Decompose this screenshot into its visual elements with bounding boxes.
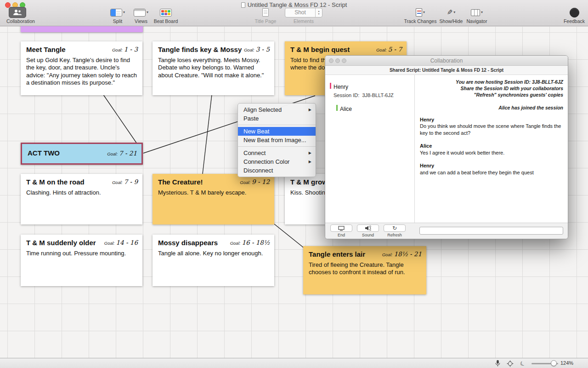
navigator-icon xyxy=(471,9,480,16)
collaboration-window: Collaboration Shared Script: Untitled Ta… xyxy=(325,55,568,239)
chevron-down-icon: ▾ xyxy=(147,11,148,14)
join-message: Alice has joined the session xyxy=(420,105,563,110)
navigator-button[interactable]: ▾ Navigator xyxy=(464,6,490,25)
split-view-icon xyxy=(110,9,122,17)
shot-value: Shot xyxy=(285,9,315,16)
menu-item-disconnect[interactable]: Disconnect xyxy=(238,166,316,175)
beat-card-on-the-road[interactable]: T & M on the road Goal:7 - 9 Clashing. H… xyxy=(21,174,142,224)
beat-card-the-creature[interactable]: The Creature! Goal:9 - 12 Mysterious. T … xyxy=(153,174,274,224)
track-changes-button[interactable]: ▾ Track Changes xyxy=(403,6,437,25)
sound-button[interactable]: Sound xyxy=(356,224,379,237)
participant-name: Alice xyxy=(340,106,352,112)
beat-card-mossy-disappears[interactable]: Mossy disappears Goal:16 - 18½ Tangle al… xyxy=(153,235,274,286)
collaboration-window-title: Collaboration xyxy=(325,56,568,66)
elements-label: Elements xyxy=(284,18,323,24)
show-hide-button[interactable]: ✎▾ Show/Hide xyxy=(438,6,464,25)
menu-item-new-beat-from-image[interactable]: New Beat from Image... xyxy=(238,136,316,144)
chat-message: Henry and we can add a beat before they … xyxy=(420,162,563,176)
refresh-button[interactable]: ↻ Refresh xyxy=(383,224,406,237)
speaker-icon xyxy=(365,225,371,231)
titlebar-toolbar: Untitled Tangle & Moss FD 12 - Script Co… xyxy=(0,0,588,26)
beat-card-meet-tangle[interactable]: Meet Tangle Goal:1 - 3 Set up Gold Key. … xyxy=(21,41,142,95)
end-session-icon xyxy=(338,226,345,231)
feedback-button[interactable]: Feedback xyxy=(562,6,586,25)
beat-goal: Goal:5 - 7 xyxy=(376,45,402,53)
refresh-icon: ↻ xyxy=(392,225,397,231)
zoom-percentage: 124% xyxy=(560,360,573,366)
menu-item-align-selected[interactable]: Align Selected▶ xyxy=(238,105,316,114)
participant-name: Henry xyxy=(334,84,348,90)
split-button[interactable]: ▾ Split xyxy=(106,6,130,25)
close-button[interactable] xyxy=(329,58,334,63)
beat-body: Tangle loses everything. Meets Mossy. De… xyxy=(158,57,269,79)
beat-body: Time running out. Pressure mounting. xyxy=(26,250,137,257)
chevron-down-icon: ▾ xyxy=(123,11,125,14)
night-mode-moon-icon[interactable]: ☾ xyxy=(519,359,527,368)
navigator-label: Navigator xyxy=(464,18,490,24)
beat-board-label: Beat Board xyxy=(153,18,179,24)
participant-color-bar xyxy=(336,105,338,111)
title-page-label: Title Page xyxy=(254,18,277,24)
beat-card-purple-partial[interactable] xyxy=(21,26,143,32)
menu-separator xyxy=(238,125,316,125)
show-hide-label: Show/Hide xyxy=(438,18,464,24)
stepper-icon[interactable]: ▲▼ xyxy=(315,8,322,17)
title-page-icon xyxy=(262,8,269,17)
beat-goal: Goal:18½ - 21 xyxy=(382,250,422,258)
menu-item-connection-color[interactable]: Connection Color▶ xyxy=(238,157,316,166)
zoom-button[interactable] xyxy=(342,58,346,63)
zoom-slider-knob[interactable] xyxy=(551,360,557,366)
chevron-down-icon: ▾ xyxy=(423,11,425,14)
beat-card-act-two-selected[interactable]: ACT TWO Goal:7 - 21 xyxy=(21,143,143,165)
beat-goal: Goal:7 - 9 xyxy=(112,178,138,186)
feedback-label: Feedback xyxy=(562,18,586,24)
beat-body: Mysterious. T & M barely escape. xyxy=(158,189,269,196)
beat-card-suddenly-older[interactable]: T & M suddenly older Goal:14 - 16 Time r… xyxy=(21,235,142,286)
shared-script-header: Shared Script: Untitled Tangle & Moss FD… xyxy=(325,66,568,75)
status-bar: ☾ 124% xyxy=(0,358,588,368)
participants-panel: Henry Session ID: 3J8-BLLT-6JZ Alice xyxy=(325,75,415,223)
menu-item-paste[interactable]: Paste xyxy=(238,114,316,123)
collaboration-button[interactable]: Collaboration xyxy=(6,6,28,25)
track-changes-label: Track Changes xyxy=(403,18,437,24)
beat-card-enters-lair[interactable]: Tangle enters lair Goal:18½ - 21 Tired o… xyxy=(303,246,426,294)
system-message: You are now hosting Session ID: 3J8-BLLT… xyxy=(420,79,563,98)
views-label: Views xyxy=(130,18,152,24)
beat-board-button[interactable]: Beat Board xyxy=(153,6,179,25)
submenu-arrow-icon: ▶ xyxy=(309,105,311,114)
collaboration-label: Collaboration xyxy=(6,18,28,24)
shot-elements-control[interactable]: Shot ▲▼ Elements xyxy=(284,6,323,25)
beat-goal: Goal:16 - 18½ xyxy=(230,238,270,247)
title-page-button[interactable]: Title Page xyxy=(254,6,277,25)
menu-item-connect[interactable]: Connect▶ xyxy=(238,149,316,157)
track-changes-icon xyxy=(416,8,422,17)
target-crosshair-icon[interactable] xyxy=(506,359,514,368)
end-button[interactable]: End xyxy=(330,224,353,237)
beat-card-tangle-finds-key[interactable]: Tangle finds key & Mossy Goal:3 - 5 Tang… xyxy=(153,41,274,95)
beat-goal: Goal:7 - 21 xyxy=(107,149,137,157)
participant-alice: Alice xyxy=(336,104,352,113)
menu-item-new-beat[interactable]: New Beat xyxy=(238,127,316,136)
collaboration-titlebar[interactable]: Collaboration xyxy=(325,56,568,66)
beat-body: Clashing. Hints of attraction. xyxy=(26,189,137,196)
minimize-button[interactable] xyxy=(335,58,340,63)
chat-input[interactable] xyxy=(419,227,563,235)
beat-body: Tired of fleeing the Creature. Tangle ch… xyxy=(309,261,421,276)
menu-separator xyxy=(238,146,316,147)
split-label: Split xyxy=(106,18,130,24)
views-icon xyxy=(134,9,146,17)
beat-body: Set up Gold Key. Tangle's desire to find… xyxy=(26,57,137,86)
chevron-down-icon: ▾ xyxy=(481,11,483,14)
views-button[interactable]: ▾ Views xyxy=(130,6,152,25)
pen-icon: ✎ xyxy=(447,8,453,17)
beat-board-icon xyxy=(160,9,172,17)
participant-henry: Henry xyxy=(330,82,348,91)
beat-goal: Goal:1 - 3 xyxy=(112,45,138,53)
session-id: Session ID: 3J8-BLLT-6JZ xyxy=(334,92,394,98)
dictation-microphone-icon[interactable] xyxy=(493,359,502,368)
chat-message: Henry Do you think we should move the sc… xyxy=(420,116,563,137)
beat-goal: Goal:14 - 16 xyxy=(104,238,138,247)
document-icon xyxy=(241,2,245,8)
beat-body: Tangle all alone. Key no longer enough. xyxy=(158,250,269,257)
beat-goal: Goal:9 - 12 xyxy=(240,178,270,186)
